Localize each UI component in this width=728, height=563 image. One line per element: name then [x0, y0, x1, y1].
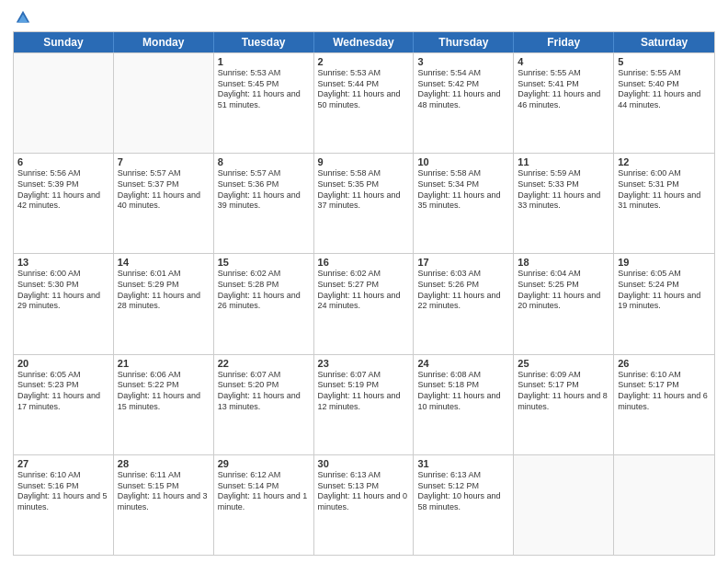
day-number: 30	[318, 458, 410, 469]
day-info: Sunrise: 6:07 AM Sunset: 5:20 PM Dayligh…	[218, 370, 310, 413]
day-info: Sunrise: 5:57 AM Sunset: 5:36 PM Dayligh…	[218, 168, 310, 212]
calendar-cell: 5Sunrise: 5:55 AM Sunset: 5:40 PM Daylig…	[614, 53, 714, 153]
day-number: 13	[17, 257, 109, 268]
day-number: 16	[318, 257, 410, 268]
day-number: 28	[118, 458, 210, 469]
calendar-cell	[114, 53, 214, 153]
calendar-cell	[514, 455, 614, 555]
day-info: Sunrise: 5:55 AM Sunset: 5:41 PM Dayligh…	[518, 68, 609, 111]
day-info: Sunrise: 5:58 AM Sunset: 5:35 PM Dayligh…	[318, 168, 410, 212]
calendar-cell: 9Sunrise: 5:58 AM Sunset: 5:35 PM Daylig…	[314, 154, 415, 253]
calendar-cell: 6Sunrise: 5:56 AM Sunset: 5:39 PM Daylig…	[14, 154, 114, 253]
day-info: Sunrise: 6:05 AM Sunset: 5:23 PM Dayligh…	[17, 370, 109, 413]
day-info: Sunrise: 6:06 AM Sunset: 5:22 PM Dayligh…	[118, 370, 210, 413]
calendar-cell	[14, 53, 114, 153]
day-number: 8	[218, 156, 310, 167]
weekday-header-wednesday: Wednesday	[314, 32, 415, 52]
day-info: Sunrise: 5:59 AM Sunset: 5:33 PM Dayligh…	[518, 168, 609, 212]
page: SundayMondayTuesdayWednesdayThursdayFrid…	[0, 0, 728, 563]
day-number: 17	[417, 257, 509, 268]
day-number: 5	[618, 56, 711, 67]
calendar-cell: 10Sunrise: 5:58 AM Sunset: 5:34 PM Dayli…	[414, 154, 514, 253]
calendar-cell: 16Sunrise: 6:02 AM Sunset: 5:27 PM Dayli…	[314, 254, 415, 353]
calendar-cell: 12Sunrise: 6:00 AM Sunset: 5:31 PM Dayli…	[614, 154, 714, 253]
day-number: 23	[318, 358, 410, 369]
day-info: Sunrise: 5:54 AM Sunset: 5:42 PM Dayligh…	[417, 68, 509, 111]
weekday-header-saturday: Saturday	[614, 32, 714, 52]
day-number: 31	[417, 458, 509, 469]
day-info: Sunrise: 6:10 AM Sunset: 5:16 PM Dayligh…	[17, 470, 109, 513]
day-number: 10	[417, 156, 509, 167]
day-info: Sunrise: 5:56 AM Sunset: 5:39 PM Dayligh…	[17, 168, 109, 212]
calendar-cell: 2Sunrise: 5:53 AM Sunset: 5:44 PM Daylig…	[314, 53, 415, 153]
day-number: 18	[518, 257, 609, 268]
day-number: 27	[17, 458, 109, 469]
calendar-row-3: 20Sunrise: 6:05 AM Sunset: 5:23 PM Dayli…	[14, 354, 714, 454]
calendar-cell: 8Sunrise: 5:57 AM Sunset: 5:36 PM Daylig…	[214, 154, 314, 253]
day-number: 25	[518, 358, 609, 369]
calendar-cell: 29Sunrise: 6:12 AM Sunset: 5:14 PM Dayli…	[214, 455, 314, 555]
calendar-cell	[614, 455, 714, 555]
day-info: Sunrise: 6:02 AM Sunset: 5:28 PM Dayligh…	[218, 269, 310, 312]
day-number: 3	[417, 56, 509, 67]
calendar-row-1: 6Sunrise: 5:56 AM Sunset: 5:39 PM Daylig…	[14, 153, 714, 253]
weekday-header-tuesday: Tuesday	[214, 32, 314, 52]
day-number: 29	[218, 458, 310, 469]
weekday-header-monday: Monday	[114, 32, 214, 52]
day-info: Sunrise: 5:53 AM Sunset: 5:45 PM Dayligh…	[218, 68, 310, 111]
weekday-header-thursday: Thursday	[414, 32, 514, 52]
day-number: 4	[518, 56, 609, 67]
calendar-cell: 1Sunrise: 5:53 AM Sunset: 5:45 PM Daylig…	[214, 53, 314, 153]
day-info: Sunrise: 6:12 AM Sunset: 5:14 PM Dayligh…	[218, 470, 310, 513]
calendar-cell: 14Sunrise: 6:01 AM Sunset: 5:29 PM Dayli…	[114, 254, 214, 353]
day-info: Sunrise: 6:11 AM Sunset: 5:15 PM Dayligh…	[118, 470, 210, 513]
day-number: 14	[118, 257, 210, 268]
calendar-cell: 15Sunrise: 6:02 AM Sunset: 5:28 PM Dayli…	[214, 254, 314, 353]
day-number: 6	[17, 156, 109, 167]
calendar-row-4: 27Sunrise: 6:10 AM Sunset: 5:16 PM Dayli…	[14, 454, 714, 555]
calendar-cell: 27Sunrise: 6:10 AM Sunset: 5:16 PM Dayli…	[14, 455, 114, 555]
calendar-cell: 31Sunrise: 6:13 AM Sunset: 5:12 PM Dayli…	[414, 455, 514, 555]
day-info: Sunrise: 5:55 AM Sunset: 5:40 PM Dayligh…	[618, 68, 711, 111]
calendar-cell: 18Sunrise: 6:04 AM Sunset: 5:25 PM Dayli…	[514, 254, 614, 353]
calendar-cell: 22Sunrise: 6:07 AM Sunset: 5:20 PM Dayli…	[214, 355, 314, 454]
calendar: SundayMondayTuesdayWednesdayThursdayFrid…	[13, 31, 715, 556]
day-info: Sunrise: 6:13 AM Sunset: 5:13 PM Dayligh…	[318, 470, 410, 513]
day-number: 1	[218, 56, 310, 67]
calendar-cell: 11Sunrise: 5:59 AM Sunset: 5:33 PM Dayli…	[514, 154, 614, 253]
day-info: Sunrise: 6:02 AM Sunset: 5:27 PM Dayligh…	[318, 269, 410, 312]
day-number: 24	[417, 358, 509, 369]
calendar-cell: 17Sunrise: 6:03 AM Sunset: 5:26 PM Dayli…	[414, 254, 514, 353]
calendar-header: SundayMondayTuesdayWednesdayThursdayFrid…	[14, 32, 714, 52]
calendar-row-2: 13Sunrise: 6:00 AM Sunset: 5:30 PM Dayli…	[14, 253, 714, 353]
calendar-cell: 24Sunrise: 6:08 AM Sunset: 5:18 PM Dayli…	[414, 355, 514, 454]
weekday-header-sunday: Sunday	[14, 32, 114, 52]
day-info: Sunrise: 6:07 AM Sunset: 5:19 PM Dayligh…	[318, 370, 410, 413]
logo-icon	[15, 9, 31, 26]
day-number: 12	[618, 156, 711, 167]
day-number: 7	[118, 156, 210, 167]
calendar-row-0: 1Sunrise: 5:53 AM Sunset: 5:45 PM Daylig…	[14, 52, 714, 153]
calendar-cell: 4Sunrise: 5:55 AM Sunset: 5:41 PM Daylig…	[514, 53, 614, 153]
logo	[13, 9, 31, 26]
calendar-cell: 23Sunrise: 6:07 AM Sunset: 5:19 PM Dayli…	[314, 355, 415, 454]
day-number: 15	[218, 257, 310, 268]
day-number: 20	[17, 358, 109, 369]
calendar-cell: 26Sunrise: 6:10 AM Sunset: 5:17 PM Dayli…	[614, 355, 714, 454]
day-info: Sunrise: 6:05 AM Sunset: 5:24 PM Dayligh…	[618, 269, 711, 312]
day-info: Sunrise: 5:57 AM Sunset: 5:37 PM Dayligh…	[118, 168, 210, 212]
calendar-cell: 20Sunrise: 6:05 AM Sunset: 5:23 PM Dayli…	[14, 355, 114, 454]
weekday-header-friday: Friday	[514, 32, 614, 52]
calendar-cell: 30Sunrise: 6:13 AM Sunset: 5:13 PM Dayli…	[314, 455, 415, 555]
calendar-body: 1Sunrise: 5:53 AM Sunset: 5:45 PM Daylig…	[14, 52, 714, 555]
day-number: 22	[218, 358, 310, 369]
calendar-cell: 3Sunrise: 5:54 AM Sunset: 5:42 PM Daylig…	[414, 53, 514, 153]
calendar-cell: 21Sunrise: 6:06 AM Sunset: 5:22 PM Dayli…	[114, 355, 214, 454]
day-info: Sunrise: 6:04 AM Sunset: 5:25 PM Dayligh…	[518, 269, 609, 312]
calendar-cell: 7Sunrise: 5:57 AM Sunset: 5:37 PM Daylig…	[114, 154, 214, 253]
day-info: Sunrise: 6:10 AM Sunset: 5:17 PM Dayligh…	[618, 370, 711, 413]
calendar-cell: 28Sunrise: 6:11 AM Sunset: 5:15 PM Dayli…	[114, 455, 214, 555]
day-info: Sunrise: 6:09 AM Sunset: 5:17 PM Dayligh…	[518, 370, 609, 413]
day-number: 26	[618, 358, 711, 369]
calendar-cell: 13Sunrise: 6:00 AM Sunset: 5:30 PM Dayli…	[14, 254, 114, 353]
